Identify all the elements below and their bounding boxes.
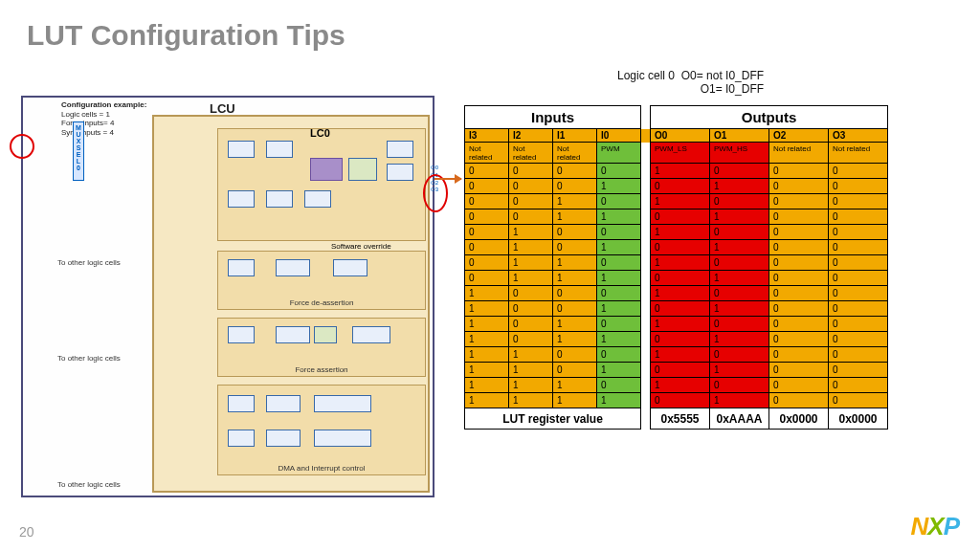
table-cell: 1 [553, 209, 597, 225]
config-example-line3: Sync inputs = 4 [61, 128, 114, 137]
table-cell: 0 [769, 393, 829, 408]
table-cell: 0 [553, 179, 597, 194]
gap [641, 317, 651, 332]
table-cell: 1 [509, 225, 553, 240]
logic-cell-caption: Logic cell 0 O0= not I0_DFF O1= I0_DFF [617, 69, 764, 96]
table-cell: 0 [597, 317, 641, 332]
highlight-ellipse-icon [10, 134, 34, 159]
table-cell: 0 [769, 363, 829, 378]
table-cell: 1 [710, 332, 769, 347]
table-cell: 0 [769, 240, 829, 255]
table-cell: 1 [710, 271, 769, 286]
gap [641, 393, 651, 408]
table-cell: 0 [597, 194, 641, 209]
table-cell: 0 [509, 301, 553, 317]
table-cell: 0 [597, 255, 641, 271]
table-cell: 1 [465, 378, 509, 393]
col-i0: I0 [597, 129, 641, 143]
table-cell: 0 [465, 225, 509, 240]
block-icon [276, 259, 310, 276]
col-o3: O3 [829, 129, 888, 143]
table-cell: 1 [553, 255, 597, 271]
table-cell: 0 [553, 286, 597, 301]
table-cell: 1 [509, 393, 553, 408]
table-cell: 1 [651, 347, 710, 363]
table-cell: 0 [553, 363, 597, 378]
table-cell: 0 [829, 271, 888, 286]
table-cell: 1 [651, 286, 710, 301]
table-cell: 0 [465, 194, 509, 209]
table-cell: 0 [651, 209, 710, 225]
table-cell: 1 [651, 164, 710, 179]
table-cell: 0 [553, 347, 597, 363]
table-cell: 0 [597, 347, 641, 363]
table-cell: 1 [509, 271, 553, 286]
table-cell: 0 [769, 286, 829, 301]
lut-register-label: LUT register value [465, 408, 641, 430]
block-icon [228, 326, 255, 343]
gap [641, 179, 651, 194]
table-cell: 1 [509, 255, 553, 271]
table-cell: 0 [710, 164, 769, 179]
gap [641, 363, 651, 378]
sub-i2: Not related [509, 143, 553, 164]
table-cell: 1 [553, 393, 597, 408]
table-cell: 0 [710, 378, 769, 393]
col-o0: O0 [651, 129, 710, 143]
table-cell: 0 [651, 240, 710, 255]
block-icon [266, 141, 293, 158]
inputs-header: Inputs [465, 106, 641, 129]
table-cell: 1 [597, 271, 641, 286]
config-example-line2: Force inputs= 4 [61, 119, 114, 127]
table-cell: 0 [769, 209, 829, 225]
table-cell: 1 [509, 240, 553, 255]
table-cell: 1 [651, 225, 710, 240]
block-icon [266, 190, 293, 208]
config-example-title: Configuration example: [61, 100, 146, 109]
block-icon [387, 141, 413, 158]
table-cell: 1 [710, 393, 769, 408]
table-cell: 1 [710, 209, 769, 225]
lcu-label: LCU [210, 101, 235, 116]
lut-block-icon [310, 158, 343, 181]
table-cell: 0 [553, 225, 597, 240]
sub-o3: Not related [829, 143, 888, 164]
force-deassert-box: Force de-assertion [217, 251, 426, 310]
table-cell: 0 [509, 332, 553, 347]
table-cell: 1 [597, 240, 641, 255]
table-cell: 1 [597, 332, 641, 347]
table-cell: 0 [769, 317, 829, 332]
table-cell: 0 [829, 194, 888, 209]
lcu-diagram: Configuration example: Logic cells = 1 F… [21, 96, 434, 497]
dma-label: DMA and Interrupt control [218, 464, 425, 473]
table-cell: 0 [769, 332, 829, 347]
block-icon [314, 326, 337, 343]
table-cell: 1 [597, 393, 641, 408]
gap [641, 286, 651, 301]
table-cell: 0 [597, 286, 641, 301]
table-cell: 0 [710, 286, 769, 301]
truth-table: Inputs Outputs I3 I2 I1 I0 O0 O1 O2 O3 N… [464, 105, 888, 430]
table-cell: 1 [710, 363, 769, 378]
table-cell: 0 [829, 225, 888, 240]
block-icon [333, 259, 368, 276]
block-icon [228, 430, 255, 447]
table-cell: 1 [509, 347, 553, 363]
table-cell: 0 [829, 240, 888, 255]
table-cell: 1 [710, 240, 769, 255]
table-cell: 0 [769, 347, 829, 363]
filter-block-icon [348, 158, 377, 181]
gap [641, 378, 651, 393]
table-cell: 0 [769, 378, 829, 393]
table-cell: 1 [651, 317, 710, 332]
table-cell: 0 [769, 194, 829, 209]
gap [641, 194, 651, 209]
outputs-header: Outputs [651, 106, 888, 129]
block-icon [228, 141, 255, 158]
table-cell: 0 [553, 301, 597, 317]
force-assert-box: Force assertion [217, 318, 426, 377]
table-cell: 0 [597, 225, 641, 240]
table-cell: 1 [509, 363, 553, 378]
table-cell: 0 [710, 317, 769, 332]
table-cell: 1 [553, 317, 597, 332]
